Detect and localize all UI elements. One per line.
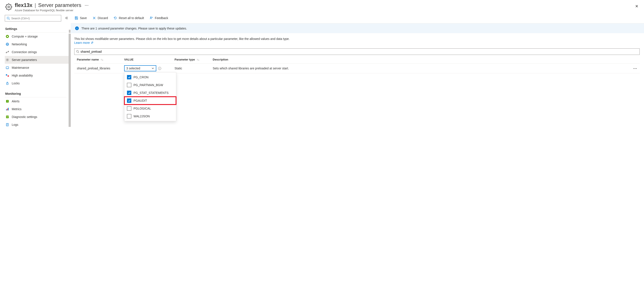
section-monitoring: Monitoring <box>5 90 66 97</box>
sidebar-item-diagnostic-settings[interactable]: Diagnostic settings <box>5 113 71 121</box>
svg-rect-19 <box>7 108 8 110</box>
close-button[interactable]: ✕ <box>634 2 640 10</box>
page-subtitle: Azure Database for PostgreSQL flexible s… <box>15 9 639 12</box>
col-parameter-name[interactable]: Parameter name ↑↓ <box>74 58 124 61</box>
sidebar-item-logs[interactable]: Logs <box>5 121 71 129</box>
sidebar-item-networking[interactable]: Networking <box>5 40 71 48</box>
svg-point-8 <box>6 52 7 53</box>
parameter-search[interactable] <box>74 48 640 55</box>
checkbox[interactable] <box>127 83 131 87</box>
svg-rect-18 <box>6 109 7 110</box>
sidebar-item-locks[interactable]: Locks <box>5 79 71 87</box>
more-icon[interactable]: ⋯ <box>85 3 88 7</box>
svg-rect-11 <box>6 67 9 69</box>
sidebar-item-compute-storage[interactable]: Compute + storage <box>5 32 71 40</box>
svg-rect-12 <box>7 68 8 69</box>
search-icon <box>76 50 79 53</box>
reset-icon <box>114 16 117 20</box>
svg-point-9 <box>8 51 9 52</box>
alerts-icon: ! <box>6 100 9 103</box>
svg-point-26 <box>150 17 152 18</box>
availability-icon <box>6 74 9 77</box>
feedback-button[interactable]: Feedback <box>149 15 168 20</box>
sidebar-item-server-parameters[interactable]: Server parameters <box>5 56 71 64</box>
dropdown-panel: PG_CRONPG_PARTMAN_BGWPG_STAT_STATEMENTSP… <box>124 72 176 121</box>
page-title: flex13x | Server parameters ⋯ <box>15 2 639 8</box>
table-header: Parameter name ↑↓ VALUE Parameter type ↑… <box>74 56 640 63</box>
cell-param-type: Static <box>174 67 213 70</box>
svg-rect-15 <box>6 83 8 85</box>
info-icon: i <box>75 26 79 30</box>
svg-text:i: i <box>159 67 160 70</box>
svg-point-10 <box>7 59 8 60</box>
sort-icon: ↑↓ <box>197 58 200 61</box>
diagnostic-icon <box>6 115 9 119</box>
feedback-icon <box>150 16 153 20</box>
external-link-icon <box>91 41 93 44</box>
section-settings: Settings <box>5 25 66 32</box>
col-parameter-type[interactable]: Parameter type ↑↓ <box>174 58 213 61</box>
svg-point-0 <box>8 6 10 8</box>
dropdown-option[interactable]: PGLOGICAL <box>124 104 176 112</box>
collapse-sidebar-button[interactable] <box>64 16 69 21</box>
option-label: PG_STAT_STATEMENTS <box>134 91 169 95</box>
save-button[interactable]: Save <box>74 15 87 20</box>
dropdown-option[interactable]: PGAUDIT <box>124 97 176 104</box>
description-text: This list shows modifiable server parame… <box>74 37 640 40</box>
checkbox[interactable] <box>127 98 131 103</box>
dropdown-option[interactable]: PG_PARTMAN_BGW <box>124 81 176 89</box>
dropdown-option[interactable]: PG_CRON <box>124 73 176 81</box>
learn-more-link[interactable]: Learn more <box>74 41 93 44</box>
table-row: shared_preload_libraries 3 selected i St… <box>74 63 640 73</box>
svg-rect-20 <box>8 108 9 110</box>
sidebar-item-connection-strings[interactable]: Connection strings <box>5 48 71 56</box>
col-description: Description <box>213 58 640 61</box>
row-more-button[interactable]: ⋯ <box>633 66 640 71</box>
checkbox[interactable] <box>127 75 131 79</box>
svg-line-30 <box>78 52 79 53</box>
scroll-arrow-icon <box>69 30 70 33</box>
svg-text:!: ! <box>7 100 8 103</box>
search-icon <box>7 17 10 20</box>
compute-icon <box>6 35 9 38</box>
dropdown-option[interactable]: WAL2JSON <box>124 112 176 120</box>
maintenance-icon <box>6 66 9 69</box>
sidebar-scrollbar[interactable] <box>68 34 71 127</box>
discard-button[interactable]: Discard <box>92 15 108 20</box>
connection-icon <box>6 50 9 54</box>
sidebar-search-input[interactable] <box>11 17 59 20</box>
close-icon <box>92 16 96 20</box>
col-value: VALUE <box>124 58 174 61</box>
svg-rect-21 <box>6 116 9 118</box>
reset-button[interactable]: Reset all to default <box>113 15 144 20</box>
checkbox[interactable] <box>127 106 131 111</box>
main-content: Save Discard Reset all to default Feedba… <box>71 13 644 288</box>
parameter-search-input[interactable] <box>80 50 638 53</box>
option-label: PGLOGICAL <box>134 107 151 110</box>
sidebar-item-alerts[interactable]: ! Alerts <box>5 97 71 105</box>
info-icon[interactable]: i <box>158 67 161 70</box>
cell-description: Sets which shared libraries are preloade… <box>213 67 633 70</box>
svg-point-29 <box>76 50 78 52</box>
logs-icon <box>6 123 9 126</box>
gear-icon <box>6 58 9 62</box>
svg-point-1 <box>7 17 9 19</box>
sidebar-item-high-availability[interactable]: High availability <box>5 72 71 79</box>
gear-icon <box>5 3 12 10</box>
svg-rect-14 <box>8 75 9 76</box>
sort-icon: ↑↓ <box>100 58 103 61</box>
option-label: PG_CRON <box>134 75 148 79</box>
chevron-down-icon <box>152 67 154 70</box>
checkbox[interactable] <box>127 114 131 118</box>
value-dropdown[interactable]: 3 selected <box>124 65 156 71</box>
sidebar-item-metrics[interactable]: Metrics <box>5 105 71 113</box>
sidebar: Settings Compute + storage Networking Co… <box>0 13 71 288</box>
svg-rect-13 <box>6 74 7 75</box>
dropdown-option[interactable]: PG_STAT_STATEMENTS <box>124 89 176 97</box>
sidebar-search[interactable] <box>5 15 61 21</box>
sidebar-item-maintenance[interactable]: Maintenance <box>5 64 71 72</box>
info-banner: i There are 1 unsaved parameter changes.… <box>71 23 644 33</box>
lock-icon <box>6 81 9 85</box>
checkbox[interactable] <box>127 91 131 95</box>
page-header: flex13x | Server parameters ⋯ Azure Data… <box>0 0 644 13</box>
